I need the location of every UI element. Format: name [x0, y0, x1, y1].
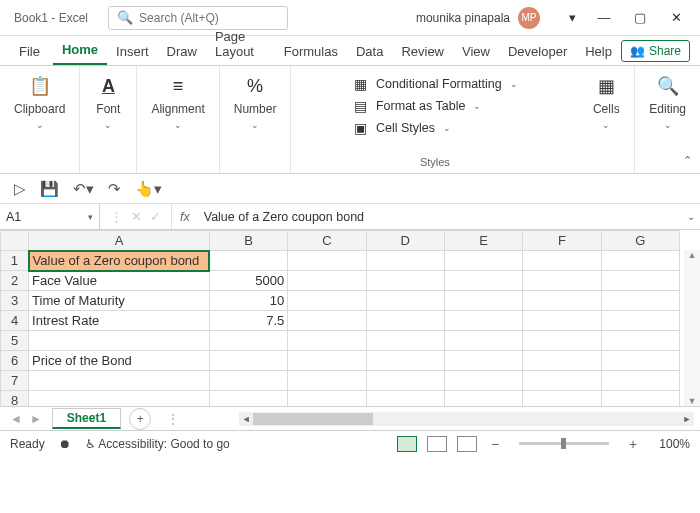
- cell[interactable]: [288, 331, 366, 351]
- format-as-table-button[interactable]: ▤ Format as Table ⌄: [352, 98, 481, 114]
- column-header[interactable]: F: [523, 231, 601, 251]
- cell[interactable]: [523, 351, 601, 371]
- alignment-button[interactable]: ≡ Alignment ⌄: [147, 72, 208, 132]
- cell[interactable]: [444, 311, 522, 331]
- row-header[interactable]: 1: [1, 251, 29, 271]
- select-all-corner[interactable]: [1, 231, 29, 251]
- zoom-in-button[interactable]: +: [629, 436, 637, 452]
- cell[interactable]: [523, 391, 601, 407]
- zoom-slider-thumb[interactable]: [561, 438, 566, 449]
- touch-mode-icon[interactable]: 👆▾: [135, 180, 162, 198]
- tab-formulas[interactable]: Formulas: [275, 38, 347, 65]
- cell-A5[interactable]: [29, 331, 210, 351]
- cell[interactable]: [288, 371, 366, 391]
- column-header[interactable]: C: [288, 231, 366, 251]
- cell[interactable]: [444, 371, 522, 391]
- add-sheet-button[interactable]: +: [129, 408, 151, 430]
- enter-formula-icon[interactable]: ✓: [150, 209, 161, 224]
- cell[interactable]: [288, 311, 366, 331]
- cell-styles-button[interactable]: ▣ Cell Styles ⌄: [352, 120, 451, 136]
- zoom-percent[interactable]: 100%: [659, 437, 690, 451]
- clipboard-button[interactable]: 📋 Clipboard ⌄: [10, 72, 69, 132]
- cell[interactable]: [288, 251, 366, 271]
- column-header[interactable]: A: [29, 231, 210, 251]
- horizontal-scrollbar[interactable]: ◄ ►: [239, 412, 694, 426]
- cell[interactable]: [366, 351, 444, 371]
- cell-A6[interactable]: Price of the Bond: [29, 351, 210, 371]
- page-layout-view-button[interactable]: [427, 436, 447, 452]
- normal-view-button[interactable]: [397, 436, 417, 452]
- cell[interactable]: [444, 351, 522, 371]
- cell[interactable]: [366, 331, 444, 351]
- collapse-ribbon-button[interactable]: ⌃: [683, 154, 692, 167]
- undo-icon[interactable]: ↶▾: [73, 180, 94, 198]
- maximize-button[interactable]: ▢: [622, 3, 658, 33]
- autosave-icon[interactable]: ▷: [14, 180, 26, 198]
- cell[interactable]: [366, 371, 444, 391]
- cell[interactable]: [288, 291, 366, 311]
- tab-help[interactable]: Help: [576, 38, 621, 65]
- share-button[interactable]: 👥 Share: [621, 40, 690, 62]
- font-button[interactable]: A Font ⌄: [90, 72, 126, 132]
- column-header[interactable]: D: [366, 231, 444, 251]
- cell[interactable]: [366, 271, 444, 291]
- cell[interactable]: [444, 271, 522, 291]
- editing-button[interactable]: 🔍 Editing ⌄: [645, 72, 690, 132]
- cell[interactable]: [601, 291, 679, 311]
- cell[interactable]: [601, 371, 679, 391]
- cell[interactable]: [523, 331, 601, 351]
- cell[interactable]: [288, 271, 366, 291]
- save-icon[interactable]: 💾: [40, 180, 59, 198]
- cell[interactable]: [366, 291, 444, 311]
- cell[interactable]: [288, 351, 366, 371]
- cancel-formula-icon[interactable]: ✕: [131, 209, 142, 224]
- page-break-view-button[interactable]: [457, 436, 477, 452]
- spreadsheet-grid[interactable]: A B C D E F G 1Value of a Zero coupon bo…: [0, 230, 700, 406]
- tab-home[interactable]: Home: [53, 36, 107, 65]
- cell-B8[interactable]: [209, 391, 287, 407]
- cell[interactable]: [601, 311, 679, 331]
- row-header[interactable]: 8: [1, 391, 29, 407]
- cell-A8[interactable]: [29, 391, 210, 407]
- row-header[interactable]: 6: [1, 351, 29, 371]
- row-header[interactable]: 7: [1, 371, 29, 391]
- cell[interactable]: [523, 371, 601, 391]
- cell[interactable]: [366, 311, 444, 331]
- cell-B7[interactable]: [209, 371, 287, 391]
- cell[interactable]: [601, 331, 679, 351]
- name-box[interactable]: A1 ▾: [0, 204, 100, 229]
- scrollbar-thumb[interactable]: [253, 413, 373, 425]
- cell[interactable]: [366, 251, 444, 271]
- zoom-out-button[interactable]: −: [491, 436, 499, 452]
- cell-B4[interactable]: 7.5: [209, 311, 287, 331]
- vertical-scrollbar[interactable]: ▲▼: [684, 250, 700, 406]
- tab-developer[interactable]: Developer: [499, 38, 576, 65]
- cell-A1[interactable]: Value of a Zero coupon bond: [29, 251, 210, 271]
- ribbon-display-options-button[interactable]: ▾: [558, 3, 586, 33]
- tab-draw[interactable]: Draw: [158, 38, 206, 65]
- cell[interactable]: [523, 291, 601, 311]
- row-header[interactable]: 4: [1, 311, 29, 331]
- cell[interactable]: [601, 251, 679, 271]
- minimize-button[interactable]: —: [586, 3, 622, 33]
- tab-view[interactable]: View: [453, 38, 499, 65]
- avatar[interactable]: MP: [518, 7, 540, 29]
- cell[interactable]: [444, 291, 522, 311]
- cell[interactable]: [601, 351, 679, 371]
- row-header[interactable]: 2: [1, 271, 29, 291]
- expand-formula-bar-button[interactable]: ⌄: [682, 211, 700, 222]
- cell-A2[interactable]: Face Value: [29, 271, 210, 291]
- next-sheet-button[interactable]: ►: [30, 412, 42, 426]
- close-button[interactable]: ✕: [658, 3, 694, 33]
- row-header[interactable]: 3: [1, 291, 29, 311]
- scroll-right-icon[interactable]: ►: [680, 414, 694, 424]
- cell[interactable]: [444, 391, 522, 407]
- cell[interactable]: [444, 251, 522, 271]
- fx-icon[interactable]: fx: [172, 210, 198, 224]
- column-header[interactable]: G: [601, 231, 679, 251]
- cell[interactable]: [523, 251, 601, 271]
- cell-B5[interactable]: [209, 331, 287, 351]
- column-header[interactable]: E: [444, 231, 522, 251]
- cell-A7[interactable]: [29, 371, 210, 391]
- accessibility-status[interactable]: ♿︎ Accessibility: Good to go: [85, 437, 230, 451]
